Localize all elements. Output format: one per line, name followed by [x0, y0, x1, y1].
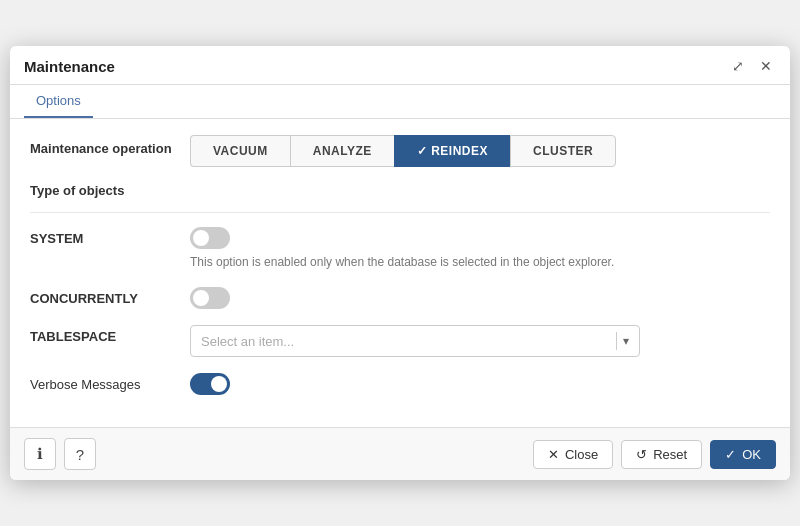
reset-label: Reset [653, 447, 687, 462]
footer-bar: ℹ ? ✕ Close ↺ Reset ✓ OK [10, 427, 790, 480]
tablespace-row: TABLESPACE Select an item... ▾ [30, 325, 770, 357]
operation-buttons: VACUUM ANALYZE ✓ REINDEX CLUSTER [190, 135, 616, 167]
title-bar-icons: ⤢ ✕ [728, 56, 776, 76]
concurrently-row: CONCURRENTLY [30, 287, 770, 309]
system-label: SYSTEM [30, 227, 190, 246]
system-toggle-container: This option is enabled only when the dat… [190, 227, 614, 271]
reindex-button[interactable]: ✓ REINDEX [394, 135, 510, 167]
maintenance-operation-label: Maintenance operation [30, 135, 190, 156]
close-title-icon: ✕ [760, 58, 772, 74]
concurrently-label: CONCURRENTLY [30, 287, 190, 306]
concurrently-toggle-slider [190, 287, 230, 309]
tablespace-dropdown[interactable]: Select an item... ▾ [190, 325, 640, 357]
reindex-check-icon: ✓ [417, 144, 431, 158]
chevron-down-icon: ▾ [623, 334, 629, 348]
system-toggle-slider [190, 227, 230, 249]
tablespace-dropdown-right: ▾ [610, 332, 629, 350]
verbose-messages-label: Verbose Messages [30, 373, 190, 392]
footer-left: ℹ ? [24, 438, 96, 470]
concurrently-toggle[interactable] [190, 287, 230, 309]
ok-icon: ✓ [725, 447, 736, 462]
dropdown-divider [616, 332, 617, 350]
title-bar-left: Maintenance [24, 58, 115, 75]
title-bar: Maintenance ⤢ ✕ [10, 46, 790, 85]
close-button[interactable]: ✕ Close [533, 440, 613, 469]
expand-button[interactable]: ⤢ [728, 56, 748, 76]
ok-label: OK [742, 447, 761, 462]
tab-options[interactable]: Options [24, 85, 93, 118]
footer-right: ✕ Close ↺ Reset ✓ OK [533, 440, 776, 469]
maintenance-operation-row: Maintenance operation VACUUM ANALYZE ✓ R… [30, 135, 770, 167]
close-title-button[interactable]: ✕ [756, 56, 776, 76]
maintenance-dialog: Maintenance ⤢ ✕ Options Maintenance oper… [10, 46, 790, 480]
tablespace-placeholder: Select an item... [201, 334, 294, 349]
reset-button[interactable]: ↺ Reset [621, 440, 702, 469]
verbose-messages-toggle[interactable] [190, 373, 230, 395]
tablespace-label: TABLESPACE [30, 325, 190, 344]
close-icon: ✕ [548, 447, 559, 462]
expand-icon: ⤢ [732, 58, 744, 74]
vacuum-button[interactable]: VACUUM [190, 135, 290, 167]
type-of-objects-heading: Type of objects [30, 183, 770, 198]
dialog-title: Maintenance [24, 58, 115, 75]
system-hint: This option is enabled only when the dat… [190, 253, 614, 271]
content-area: Maintenance operation VACUUM ANALYZE ✓ R… [10, 119, 790, 427]
analyze-button[interactable]: ANALYZE [290, 135, 394, 167]
system-toggle[interactable] [190, 227, 230, 249]
verbose-messages-row: Verbose Messages [30, 373, 770, 395]
info-icon: ℹ [37, 445, 43, 463]
close-label: Close [565, 447, 598, 462]
help-button[interactable]: ? [64, 438, 96, 470]
reset-icon: ↺ [636, 447, 647, 462]
tabs-bar: Options [10, 85, 790, 119]
section-divider [30, 212, 770, 213]
info-button[interactable]: ℹ [24, 438, 56, 470]
help-icon: ? [76, 446, 84, 463]
ok-button[interactable]: ✓ OK [710, 440, 776, 469]
system-row: SYSTEM This option is enabled only when … [30, 227, 770, 271]
verbose-messages-toggle-slider [190, 373, 230, 395]
cluster-button[interactable]: CLUSTER [510, 135, 616, 167]
